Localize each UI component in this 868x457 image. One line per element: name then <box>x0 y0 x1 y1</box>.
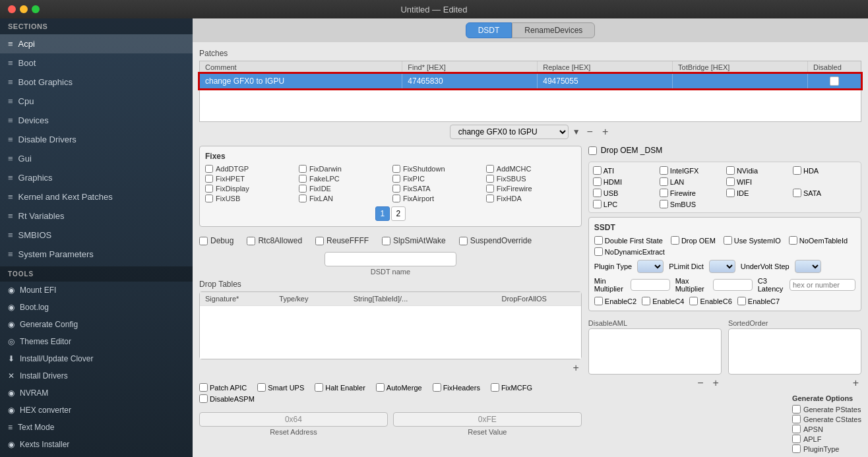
fix-checkbox[interactable] <box>486 195 494 202</box>
fix-checkbox[interactable] <box>486 175 494 183</box>
use-systemio-checkbox[interactable] <box>724 236 732 245</box>
halt-enabler-checkbox[interactable] <box>315 383 323 392</box>
sidebar-tool-install-drivers[interactable]: ✕ Install Drivers <box>0 367 193 384</box>
fix-checkbox[interactable] <box>392 165 400 173</box>
cell-disabled[interactable] <box>808 74 861 88</box>
fixmcfg-checkbox[interactable] <box>491 383 499 392</box>
sidebar-item-boot[interactable]: ≡ Boot <box>0 53 193 73</box>
sidebar-item-kernel-kext[interactable]: ≡ Kernel and Kext Patches <box>0 187 193 206</box>
plimit-dict-select[interactable] <box>709 260 735 273</box>
no-dynamic-checkbox[interactable] <box>594 247 603 256</box>
fix-checkbox[interactable] <box>392 175 400 183</box>
sidebar-item-disable-drivers[interactable]: ≡ Disable Drivers <box>0 130 193 149</box>
sidebar-tool-clover-cloner[interactable]: ◻ Clover Cloner <box>0 453 193 457</box>
patch-dropdown[interactable]: change GFX0 to IGPU <box>450 125 569 139</box>
max-multiplier-input[interactable] <box>713 279 753 291</box>
plus-button[interactable]: + <box>600 125 611 139</box>
fix-checkbox[interactable] <box>205 165 213 173</box>
fix-checkbox[interactable] <box>299 165 307 173</box>
sidebar-tool-boot-log[interactable]: ◉ Boot.log <box>0 299 193 316</box>
enable-c6-checkbox[interactable] <box>689 297 698 305</box>
sidebar-item-devices[interactable]: ≡ Devices <box>0 111 193 130</box>
gen-pstates-checkbox[interactable] <box>792 405 801 413</box>
c3-latency-input[interactable] <box>790 279 855 291</box>
sidebar-tool-hex-converter[interactable]: ◉ HEX converter <box>0 402 193 419</box>
tab-rename-devices[interactable]: RenameDevices <box>512 22 595 38</box>
lpc-checkbox[interactable] <box>593 200 602 208</box>
plugin-type-select[interactable] <box>637 260 664 273</box>
automerge-checkbox[interactable] <box>376 383 385 392</box>
gen-aplf-checkbox[interactable] <box>792 435 801 443</box>
aml-plus-button[interactable]: + <box>710 376 722 390</box>
page-2-button[interactable]: 2 <box>391 206 406 221</box>
sidebar-tool-install-update-clover[interactable]: ⬇ Install/Update Clover <box>0 350 193 367</box>
sidebar-tool-nvram[interactable]: ◉ NVRAM <box>0 384 193 402</box>
sidebar-item-rt-variables[interactable]: ≡ Rt Variables <box>0 206 193 226</box>
fix-checkbox[interactable] <box>299 175 307 183</box>
fix-checkbox[interactable] <box>486 165 494 173</box>
hdmi-checkbox[interactable] <box>593 177 602 186</box>
fix-checkbox[interactable] <box>205 175 213 183</box>
slp-checkbox[interactable] <box>382 237 390 245</box>
tab-dsdt[interactable]: DSDT <box>466 22 512 38</box>
ati-checkbox[interactable] <box>593 166 602 175</box>
sidebar-item-acpi[interactable]: ≡ Acpi <box>0 34 193 53</box>
fix-checkbox[interactable] <box>205 185 213 193</box>
content-scroll[interactable]: Patches Comment Find* [HEX] Replace [HEX… <box>193 42 868 457</box>
page-1-button[interactable]: 1 <box>375 206 390 221</box>
debug-checkbox[interactable] <box>199 237 208 245</box>
minimize-button[interactable] <box>20 5 28 13</box>
intelgfx-checkbox[interactable] <box>660 166 668 175</box>
sidebar-tool-text-mode[interactable]: ≡ Text Mode <box>0 419 193 436</box>
reuse-checkbox[interactable] <box>315 237 324 245</box>
sorted-order-textarea[interactable] <box>728 328 861 375</box>
sidebar-item-smbios[interactable]: ≡ SMBIOS <box>0 226 193 245</box>
patch-apic-checkbox[interactable] <box>199 383 208 392</box>
dsdt-name-input[interactable] <box>325 252 456 266</box>
maximize-button[interactable] <box>32 5 40 13</box>
ide-checkbox[interactable] <box>726 189 735 197</box>
wifi-checkbox[interactable] <box>726 177 735 186</box>
sidebar-tool-mount-efi[interactable]: ◉ Mount EFI <box>0 282 193 299</box>
smbus-checkbox[interactable] <box>660 200 668 208</box>
fix-checkbox[interactable] <box>205 195 213 202</box>
sidebar-item-system-parameters[interactable]: ≡ System Parameters <box>0 245 193 264</box>
fixheaders-checkbox[interactable] <box>433 383 441 392</box>
enable-c2-checkbox[interactable] <box>594 297 603 305</box>
fix-checkbox[interactable] <box>392 195 400 202</box>
table-row[interactable]: change GFX0 to IGPU 47465830 49475055 <box>200 74 861 88</box>
rtc8-checkbox[interactable] <box>247 237 255 245</box>
sidebar-tool-generate-config[interactable]: ◉ Generate Config <box>0 316 193 333</box>
disable-aml-textarea[interactable] <box>588 328 722 375</box>
ssdt-drop-oem-checkbox[interactable] <box>671 236 679 245</box>
firewire-checkbox[interactable] <box>660 189 668 197</box>
disabled-checkbox[interactable] <box>830 76 839 86</box>
sidebar-item-gui[interactable]: ≡ Gui <box>0 149 193 168</box>
smart-ups-checkbox[interactable] <box>257 383 266 392</box>
fix-checkbox[interactable] <box>392 185 400 193</box>
fix-checkbox[interactable] <box>486 185 494 193</box>
suspend-checkbox[interactable] <box>459 237 468 245</box>
sidebar-item-graphics[interactable]: ≡ Graphics <box>0 168 193 187</box>
close-button[interactable] <box>8 5 16 13</box>
aml-minus-button[interactable]: − <box>695 376 706 390</box>
gen-apsn-checkbox[interactable] <box>792 425 801 433</box>
drop-tables-add-button[interactable]: + <box>570 361 581 375</box>
sidebar-item-cpu[interactable]: ≡ Cpu <box>0 92 193 111</box>
double-first-checkbox[interactable] <box>594 236 603 245</box>
gen-cstates-checkbox[interactable] <box>792 415 801 423</box>
minus-button[interactable]: − <box>584 125 596 139</box>
sorted-plus-button[interactable]: + <box>850 376 861 390</box>
nvidia-checkbox[interactable] <box>726 166 735 175</box>
reset-address-input[interactable]: 0x64 <box>199 412 388 427</box>
min-multiplier-input[interactable] <box>631 279 670 291</box>
no-oem-tableid-checkbox[interactable] <box>789 236 797 245</box>
sidebar-item-boot-graphics[interactable]: ≡ Boot Graphics <box>0 73 193 92</box>
reset-value-input[interactable]: 0xFE <box>393 412 582 427</box>
undervolt-step-select[interactable] <box>795 260 821 273</box>
enable-c7-checkbox[interactable] <box>737 297 746 305</box>
sata-checkbox[interactable] <box>793 189 801 197</box>
fix-checkbox[interactable] <box>299 195 307 202</box>
drop-oem-dsm-checkbox[interactable] <box>588 146 597 155</box>
lan-checkbox[interactable] <box>660 177 668 186</box>
